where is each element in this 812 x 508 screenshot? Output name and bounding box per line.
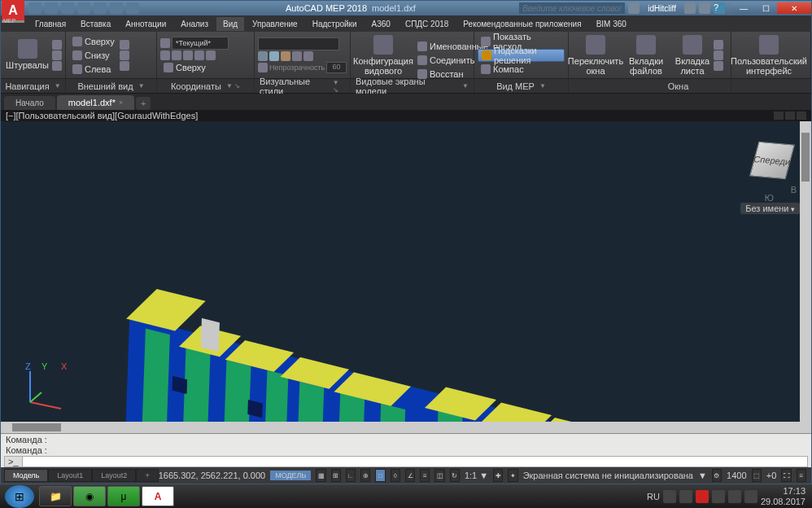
grid-toggle[interactable]: ▦ <box>316 469 325 482</box>
help-icon[interactable]: ? <box>714 2 725 14</box>
ucs-icon[interactable] <box>160 38 170 48</box>
tray-volume-icon[interactable] <box>728 490 741 503</box>
visual-style-dropdown[interactable] <box>258 37 339 50</box>
tray-icon-1[interactable] <box>663 490 676 503</box>
orbit-icon[interactable] <box>52 50 62 60</box>
tab-featured[interactable]: Рекомендованные приложения <box>456 17 587 31</box>
cascade-icon[interactable] <box>714 61 723 71</box>
tab-bim360[interactable]: BIM 360 <box>590 17 633 31</box>
signin-icon[interactable] <box>628 2 640 14</box>
tab-insert[interactable]: Вставка <box>74 17 117 31</box>
vp-close-icon[interactable] <box>797 112 806 120</box>
exchange-icon[interactable] <box>684 2 696 14</box>
scale-readout[interactable]: 1:1 ▼ <box>465 471 488 480</box>
vs-icon-5[interactable] <box>303 51 313 61</box>
view-top-button[interactable]: Сверху <box>69 35 118 48</box>
tray-icon-2[interactable] <box>679 490 692 503</box>
view-cube-compass[interactable]: В Ю <box>748 185 797 203</box>
osnap-toggle[interactable]: □ <box>375 469 385 482</box>
start-button[interactable]: ⊞ <box>5 485 34 508</box>
coord-icon-5[interactable] <box>206 50 216 60</box>
anno-toggle[interactable]: ✚ <box>493 469 503 482</box>
panel-mep-view[interactable]: Вид MEP▼ <box>474 79 569 93</box>
close-tab-icon[interactable]: × <box>119 99 123 107</box>
qat-redo-icon[interactable] <box>126 2 139 14</box>
tray-flag-icon[interactable] <box>744 490 757 503</box>
qat-undo-icon[interactable] <box>110 2 123 14</box>
opacity-icon[interactable] <box>258 63 268 72</box>
steering-wheels-button[interactable]: Штурвалы <box>4 33 50 77</box>
vp-min-icon[interactable] <box>774 112 784 120</box>
panel-windows[interactable]: Окна <box>569 79 731 93</box>
cloud-icon[interactable] <box>699 2 710 14</box>
switch-windows-button[interactable]: Переключить окна <box>572 33 619 77</box>
isolate-icon[interactable]: ⬚ <box>752 469 762 482</box>
doc-tab-start[interactable]: Начало <box>4 96 55 110</box>
tray-icon-3[interactable] <box>696 490 709 503</box>
solution-tips-button[interactable]: Подсказки решения <box>478 49 565 62</box>
task-chrome[interactable]: ◉ <box>73 486 106 506</box>
3dosnap-toggle[interactable]: ◊ <box>391 469 400 482</box>
tile-v-icon[interactable] <box>714 50 723 60</box>
cycling-toggle[interactable]: ↻ <box>450 469 460 482</box>
tile-h-icon[interactable] <box>714 40 723 50</box>
panel-model-viewports[interactable]: Видовые экраны модели▼ <box>351 79 474 93</box>
tab-addins[interactable]: Надстройки <box>306 17 364 31</box>
view-name-badge[interactable]: Без имени ▾ <box>740 203 800 214</box>
qat-plot-icon[interactable] <box>94 2 107 14</box>
ucs-icon-widget[interactable]: Z Y X <box>22 361 71 412</box>
task-utorrent[interactable]: μ <box>107 486 140 506</box>
current-ucs-dropdown[interactable]: *Текущий* <box>172 37 229 50</box>
drawing-viewport[interactable]: Z Y X Спереди В Ю Без имени ▾ <box>1 121 811 433</box>
vs-icon-4[interactable] <box>292 51 302 61</box>
qat-open-icon[interactable] <box>45 2 58 14</box>
coord-icon-3[interactable] <box>183 50 193 60</box>
snap-toggle[interactable]: ⊞ <box>331 469 341 482</box>
user-name[interactable]: idHitcliff <box>648 4 676 13</box>
task-explorer[interactable]: 📁 <box>39 486 72 506</box>
ortho-toggle[interactable]: ∟ <box>346 469 356 482</box>
gizmo-toggle[interactable]: ✦ <box>508 469 517 482</box>
minimize-button[interactable]: — <box>733 2 754 14</box>
polar-toggle[interactable]: ⊕ <box>360 469 370 482</box>
search-input[interactable] <box>519 2 625 14</box>
view-icon-2[interactable] <box>120 50 129 60</box>
opacity-value[interactable]: 60 <box>326 62 347 73</box>
add-tab-button[interactable]: + <box>136 97 151 110</box>
customize-icon[interactable]: ≡ <box>797 469 806 482</box>
qat-save-icon[interactable] <box>61 2 74 14</box>
layout-tab-model[interactable]: Модель <box>4 469 48 482</box>
vp-max-icon[interactable] <box>785 112 795 120</box>
vs-icon-3[interactable] <box>281 51 290 61</box>
tray-clock[interactable]: 17:1329.08.2017 <box>761 486 805 506</box>
layout-add-button[interactable]: + <box>136 469 158 482</box>
tab-home[interactable]: Главная <box>28 17 72 31</box>
tab-a360[interactable]: A360 <box>365 17 397 31</box>
tab-view[interactable]: Вид <box>216 17 244 31</box>
view-bottom-button[interactable]: Снизу <box>69 49 118 62</box>
user-interface-button[interactable]: Пользовательский интерфейс <box>735 33 803 77</box>
compass-button[interactable]: Компас <box>478 63 565 76</box>
panel-coordinates[interactable]: Координаты▼ ↘ <box>157 79 255 93</box>
model-space-badge[interactable]: МОДЕЛЬ <box>270 471 311 480</box>
tab-spds[interactable]: СПДС 2018 <box>399 17 455 31</box>
file-tabs-button[interactable]: Вкладки файлов <box>621 33 671 77</box>
vertical-scrollbar[interactable] <box>800 121 811 433</box>
transparency-toggle[interactable]: ◫ <box>434 469 444 482</box>
view-left-button[interactable]: Слева <box>69 63 118 76</box>
pan-icon[interactable] <box>52 40 62 50</box>
task-autocad[interactable]: A <box>142 486 174 506</box>
view-icon-1[interactable] <box>120 40 129 50</box>
panel-visual-styles[interactable]: Визуальные стили▼ ↘ <box>255 79 351 93</box>
vs-icon-2[interactable] <box>269 51 279 61</box>
panel-appearance[interactable]: Внешний вид▼ <box>66 79 157 93</box>
hw-accel-icon[interactable]: ⚙ <box>712 469 722 482</box>
zoom-icon[interactable] <box>52 61 62 71</box>
clean-screen-icon[interactable]: ⛶ <box>781 469 791 482</box>
close-button[interactable]: ✕ <box>777 2 811 14</box>
layout-tab-1[interactable]: Layout1 <box>48 469 92 482</box>
command-input[interactable] <box>23 458 807 466</box>
viewport-controls-label[interactable]: [−][Пользовательский вид][GouraudWithEdg… <box>6 111 198 120</box>
tab-annotate[interactable]: Аннотации <box>119 17 172 31</box>
coord-icon-1[interactable] <box>160 50 170 60</box>
